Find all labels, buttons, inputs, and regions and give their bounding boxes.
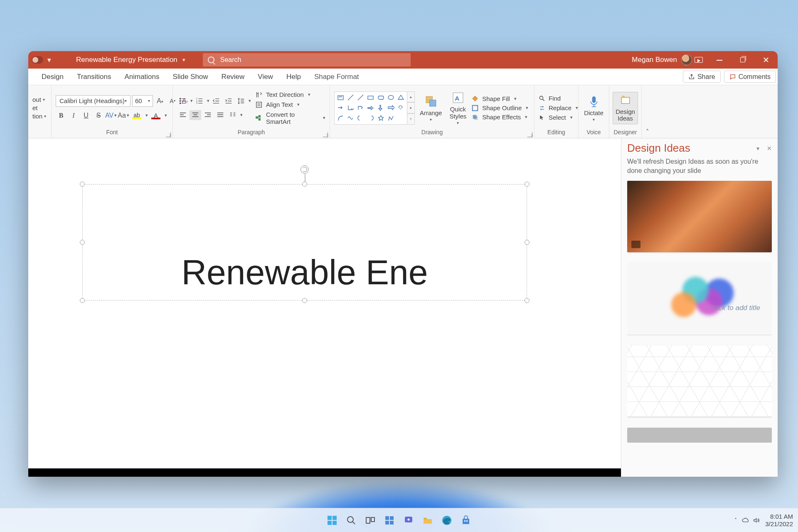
window-restore-button[interactable] [731,51,754,69]
task-view-button[interactable] [362,512,378,528]
align-right-button[interactable] [202,110,214,120]
shape-effects-button[interactable]: Shape Effects▾ [471,113,528,121]
start-button[interactable] [324,512,340,528]
strikethrough-button[interactable]: S [93,110,104,121]
microphone-icon [587,94,601,108]
user-account[interactable]: Megan Bowen [632,54,692,65]
search-box[interactable]: Search [203,53,411,66]
tab-animations[interactable]: Animations [118,69,166,85]
comments-label: Comments [739,73,771,81]
comments-button[interactable]: Comments [724,71,776,83]
resize-handle-tl[interactable] [80,182,85,187]
tab-transitions[interactable]: Transitions [70,69,118,85]
widgets-button[interactable] [382,512,397,528]
tab-help[interactable]: Help [280,69,308,85]
design-idea-1[interactable] [627,181,772,252]
search-icon [208,57,214,63]
window-minimize-button[interactable] [708,51,731,69]
font-size-combo[interactable]: 60▾ [132,95,153,107]
design-ideas-pane: Design Ideas ▾ ✕ We'll refresh Design Id… [621,138,778,477]
select-button[interactable]: Select▾ [539,114,578,121]
columns-button[interactable] [227,110,239,120]
svg-rect-58 [474,116,478,120]
line-spacing-button[interactable] [235,96,247,106]
design-ideas-button[interactable]: Design Ideas [613,92,638,124]
font-color-button[interactable]: A [150,112,162,119]
arrange-button[interactable]: Arrange▾ [417,94,444,122]
search-button[interactable] [343,512,359,528]
convert-smartart-button[interactable]: Convert to SmartArt▾ [255,111,325,125]
find-button[interactable]: Find [539,95,578,102]
document-title[interactable]: Renewable Energy Presentation ▼ [76,56,186,64]
collapse-ribbon-button[interactable]: ˄ [642,85,653,138]
shapes-gallery-scroll[interactable]: ▴▾▿ [407,91,415,125]
change-case-button[interactable]: Aa▾ [118,110,129,121]
chat-button[interactable] [401,512,416,528]
layout-button[interactable]: out▾ [32,96,45,103]
align-left-button[interactable] [177,110,189,120]
resize-handle-mr[interactable] [525,240,530,245]
share-button[interactable]: Share [683,71,721,83]
shape-fill-button[interactable]: Shape Fill▾ [471,95,528,103]
volume-tray-icon[interactable] [753,517,760,524]
edge-button[interactable] [439,512,455,528]
tab-shape-format[interactable]: Shape Format [308,69,366,85]
tray-overflow-button[interactable]: ˄ [734,517,737,523]
tab-design[interactable]: Design [35,69,70,85]
design-idea-2[interactable]: Click to add title [627,263,772,335]
align-center-button[interactable] [190,110,201,120]
window-close-button[interactable] [754,51,778,69]
pane-close-button[interactable]: ✕ [767,145,772,152]
drawing-dialog-launcher[interactable] [527,132,532,137]
dictate-button[interactable]: Dictate▾ [581,94,606,122]
tab-view[interactable]: View [251,69,280,85]
font-dialog-launcher[interactable] [166,132,171,137]
char-spacing-button[interactable]: AV▾ [106,110,116,121]
resize-handle-tr[interactable] [525,182,530,187]
justify-button[interactable] [214,110,226,120]
bullets-button[interactable] [177,96,189,106]
quick-styles-button[interactable]: A Quick Styles▾ [447,91,469,125]
paragraph-dialog-launcher[interactable] [323,132,328,137]
tab-slide-show[interactable]: Slide Show [166,69,215,85]
align-text-button[interactable]: Align Text▾ [255,101,325,108]
resize-handle-br[interactable] [525,298,530,303]
resize-handle-bl[interactable] [80,298,85,303]
underline-button[interactable]: U [81,110,91,121]
slide-canvas[interactable]: Renewable Ene [28,138,621,477]
decrease-indent-button[interactable] [210,96,222,106]
design-idea-3[interactable] [627,345,772,417]
qat-customize-dropdown[interactable]: ▾ [47,56,51,64]
bold-button[interactable]: B [56,110,66,121]
splash-graphic [660,270,739,328]
pane-options-button[interactable]: ▾ [756,145,759,152]
explorer-button[interactable] [420,512,436,528]
title-textbox[interactable]: Renewable Ene [82,184,527,300]
comments-icon [729,74,736,80]
highlight-color-button[interactable]: ab [131,112,143,119]
design-idea-4[interactable] [627,428,772,443]
reset-button[interactable]: et [32,104,38,111]
section-button[interactable]: tion▾ [32,113,46,120]
autosave-toggle[interactable] [32,56,43,64]
onedrive-tray-icon[interactable] [741,517,749,524]
svg-point-2 [180,100,181,101]
clock[interactable]: 8:01 AM 3/21/2022 [765,513,793,527]
increase-indent-button[interactable] [223,96,234,106]
italic-button[interactable]: I [68,110,79,121]
text-direction-button[interactable]: Text Direction▾ [255,91,325,99]
resize-handle-bm[interactable] [302,298,307,303]
shapes-gallery[interactable] [334,91,407,125]
tab-review[interactable]: Review [215,69,251,85]
designer-group-label: Designer [613,129,637,138]
font-family-combo[interactable]: Calibri Light (Headings)▾ [56,95,131,107]
rotate-handle[interactable] [300,165,309,174]
resize-handle-tm[interactable] [302,182,307,187]
numbering-button[interactable]: 123 [194,96,205,106]
shape-outline-button[interactable]: Shape Outline▾ [471,104,528,112]
store-button[interactable] [458,512,474,528]
increase-font-button[interactable]: A▴ [155,96,165,106]
resize-handle-ml[interactable] [80,240,85,245]
replace-button[interactable]: Replace▾ [539,104,578,111]
present-icon[interactable] [695,57,703,63]
